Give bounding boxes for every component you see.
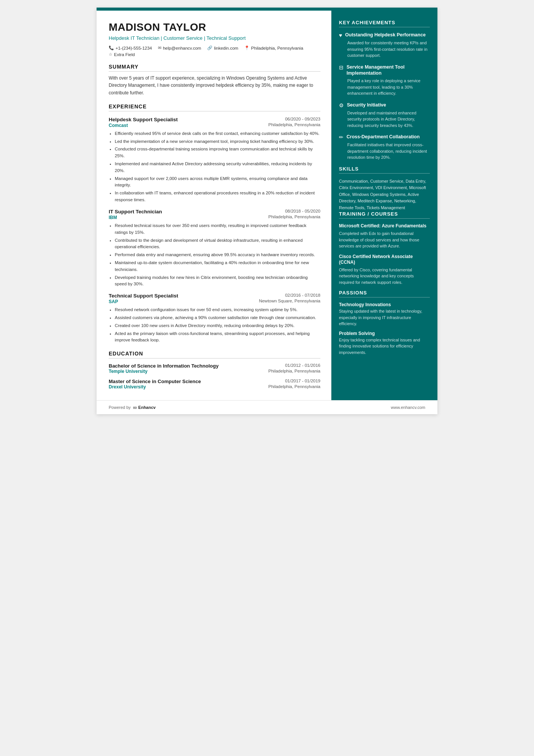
job-2: IT Support Technician 08/2018 - 05/2020 … <box>109 209 320 288</box>
job-3-dates: 02/2016 - 07/2018 <box>285 293 320 297</box>
bullet-item: Developed training modules for new hires… <box>115 274 320 288</box>
edu-2-location: Philadelphia, Pennsylvania <box>269 384 320 390</box>
bullet-item: Created over 100 new users in Active Dir… <box>115 322 320 329</box>
job-2-dates: 08/2018 - 05/2020 <box>285 209 320 213</box>
left-column: MADISON TAYLOR Helpdesk IT Technician | … <box>97 11 331 400</box>
job-3-bullets: Resolved network configuration issues fo… <box>109 307 320 344</box>
edu-1-school-row: Temple University Philadelphia, Pennsylv… <box>109 369 320 374</box>
footer-powered-by: Powered by <box>109 405 131 410</box>
experience-section: EXPERIENCE Helpdesk Support Specialist 0… <box>109 103 320 344</box>
star-icon: ☆ <box>109 52 112 57</box>
job-3-company-row: SAP Newtown Square, Pennsylvania <box>109 299 320 304</box>
right-column: KEY ACHIEVEMENTS ♥ Outstanding Helpdesk … <box>331 11 437 400</box>
summary-text: With over 5 years of IT support experien… <box>109 75 320 97</box>
edu-2-dates: 01/2017 - 01/2019 <box>285 379 320 383</box>
job-1-bullets: Efficiently resolved 95% of service desk… <box>109 130 320 203</box>
bullet-item: Maintained up-to-date system documentati… <box>115 260 320 273</box>
edu-2: Master of Science in Computer Science 01… <box>109 379 320 390</box>
footer-logo: ∞ Enhancv <box>133 404 156 410</box>
bullet-item: Efficiently resolved 95% of service desk… <box>115 130 320 137</box>
bullet-item: Managed support for over 2,000 users acr… <box>115 175 320 189</box>
job-3-title: Technical Support Specialist <box>109 293 178 299</box>
achievement-4: ✏ Cross-Department Collaboration Facilit… <box>339 134 430 161</box>
job-1-company: Comcast <box>109 123 128 128</box>
passion-1-title: Technology Innovations <box>339 302 430 307</box>
bullet-item: In collaboration with IT teams, enhanced… <box>115 190 320 203</box>
enhancv-heart-icon: ∞ <box>133 404 137 410</box>
summary-section: SUMMARY With over 5 years of IT support … <box>109 64 320 97</box>
achievement-1-header: ♥ Outstanding Helpdesk Performance <box>339 32 430 38</box>
passions-title: PASSIONS <box>339 290 430 296</box>
job-2-company-row: IBM Philadelphia, Pennsylvania <box>109 214 320 220</box>
training-section: TRAINING / COURSES Microsoft Certified: … <box>339 211 430 285</box>
edu-1-school: Temple University <box>109 369 147 374</box>
training-1-title: Microsoft Certified: Azure Fundamentals <box>339 223 430 229</box>
main-layout: MADISON TAYLOR Helpdesk IT Technician | … <box>97 11 437 400</box>
achievement-1: ♥ Outstanding Helpdesk Performance Award… <box>339 32 430 59</box>
contact-linkedin: 🔗 linkedin.com <box>207 45 238 50</box>
skills-divider <box>339 173 430 174</box>
edu-2-degree: Master of Science in Computer Science <box>109 379 201 384</box>
edu-1-dates: 01/2012 - 01/2016 <box>285 363 320 368</box>
achievement-3-header: ⚙ Security Initiative <box>339 102 430 108</box>
job-1-location: Philadelphia, Pennsylvania <box>269 122 320 128</box>
edu-1-location: Philadelphia, Pennsylvania <box>269 369 320 374</box>
training-1: Microsoft Certified: Azure Fundamentals … <box>339 223 430 249</box>
achievements-divider <box>339 27 430 27</box>
achievement-1-title: Outstanding Helpdesk Performance <box>345 32 426 38</box>
job-3-company: SAP <box>109 299 118 304</box>
job-1-header: Helpdesk Support Specialist 06/2020 - 09… <box>109 117 320 122</box>
education-title: EDUCATION <box>109 351 320 357</box>
training-1-desc: Completed with Edx to gain foundational … <box>339 230 430 249</box>
achievement-2-title: Service Management Tool Implementation <box>347 64 430 77</box>
summary-title: SUMMARY <box>109 64 320 70</box>
passion-2-title: Problem Solving <box>339 331 430 336</box>
passions-divider <box>339 297 430 297</box>
passions-section: PASSIONS Technology Innovations Staying … <box>339 290 430 355</box>
training-2-title: Cisco Certified Network Associate (CCNA) <box>339 254 430 266</box>
skills-section: SKILLS Communication, Customer Service, … <box>339 166 430 211</box>
training-2-desc: Offered by Cisco, covering fundamental n… <box>339 267 430 286</box>
job-2-location: Philadelphia, Pennsylvania <box>269 214 320 220</box>
job-1: Helpdesk Support Specialist 06/2020 - 09… <box>109 117 320 203</box>
location-icon: 📍 <box>244 45 250 50</box>
job-1-title: Helpdesk Support Specialist <box>109 117 178 122</box>
bullet-item: Performed data entry and management, ens… <box>115 252 320 258</box>
achievements-title: KEY ACHIEVEMENTS <box>339 20 430 25</box>
contact-location: 📍 Philadelphia, Pennsylvania <box>244 45 303 50</box>
edu-2-header: Master of Science in Computer Science 01… <box>109 379 320 384</box>
training-title: TRAINING / COURSES <box>339 211 430 217</box>
education-section: EDUCATION Bachelor of Science in Informa… <box>109 351 320 390</box>
contact-row: 📞 +1-(234)-555-1234 ✉ help@enhancv.com 🔗… <box>109 45 320 57</box>
achievement-4-desc: Facilitated initiatives that improved cr… <box>347 142 430 161</box>
job-3-location: Newtown Square, Pennsylvania <box>259 299 320 304</box>
edu-1: Bachelor of Science in Information Techn… <box>109 363 320 374</box>
job-1-dates: 06/2020 - 09/2023 <box>285 117 320 121</box>
passion-2: Problem Solving Enjoy tackling complex t… <box>339 331 430 356</box>
achievement-2-header: ⊟ Service Management Tool Implementation <box>339 64 430 77</box>
contact-extra: ☆ Extra Field <box>109 52 135 57</box>
education-divider <box>109 358 320 358</box>
resume-document: MADISON TAYLOR Helpdesk IT Technician | … <box>97 8 437 414</box>
contact-email: ✉ help@enhancv.com <box>158 45 201 50</box>
candidate-name: MADISON TAYLOR <box>109 21 320 33</box>
contact-phone: 📞 +1-(234)-555-1234 <box>109 45 152 50</box>
training-2: Cisco Certified Network Associate (CCNA)… <box>339 254 430 286</box>
security-icon: ⚙ <box>339 102 344 108</box>
passion-2-desc: Enjoy tackling complex technical issues … <box>339 337 430 356</box>
email-icon: ✉ <box>158 45 161 50</box>
achievement-4-header: ✏ Cross-Department Collaboration <box>339 134 430 140</box>
skills-text: Communication, Customer Service, Data En… <box>339 178 430 211</box>
bullet-item: Resolved network configuration issues fo… <box>115 307 320 313</box>
achievement-3: ⚙ Security Initiative Developed and main… <box>339 102 430 129</box>
heart-icon: ♥ <box>339 32 342 38</box>
edu-1-degree: Bachelor of Science in Information Techn… <box>109 363 219 369</box>
achievements-section: KEY ACHIEVEMENTS ♥ Outstanding Helpdesk … <box>339 20 430 161</box>
job-2-title: IT Support Technician <box>109 209 162 214</box>
job-2-company: IBM <box>109 215 117 220</box>
achievement-3-title: Security Initiative <box>347 102 386 108</box>
achievement-4-title: Cross-Department Collaboration <box>347 134 420 140</box>
bullet-item: Conducted cross-departmental training se… <box>115 146 320 160</box>
edu-1-header: Bachelor of Science in Information Techn… <box>109 363 320 369</box>
achievement-3-desc: Developed and maintained enhanced securi… <box>347 110 430 129</box>
